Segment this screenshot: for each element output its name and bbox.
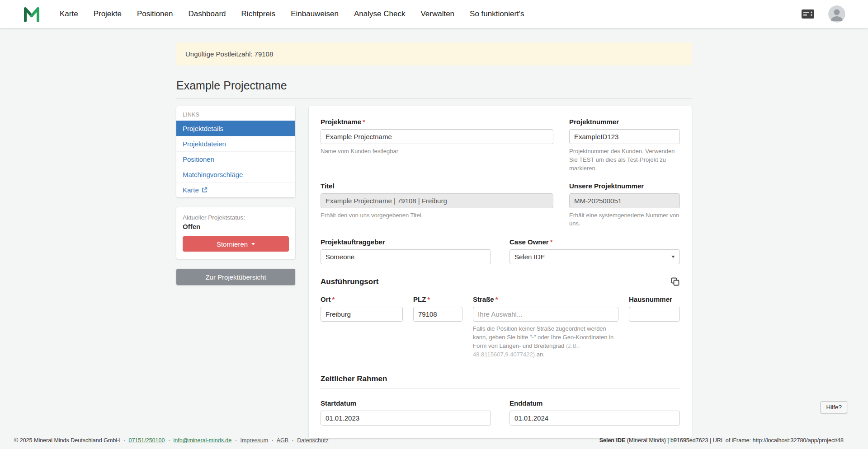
startdatum-label: Startdatum: [321, 399, 491, 407]
nav-item-verwalten[interactable]: Verwalten: [420, 9, 454, 19]
sidebar-item-label: Matchingvorschläge: [183, 171, 243, 178]
ausfuehrungsort-title: Ausführungsort: [321, 277, 378, 286]
projektnummer-input[interactable]: [569, 129, 680, 144]
ort-input[interactable]: [321, 307, 403, 322]
chevron-down-icon: [671, 256, 675, 258]
footer-email-link[interactable]: info@mineral-minds.de: [174, 437, 232, 444]
warning-banner: Ungültige Postleitzahl: 79108: [176, 42, 692, 65]
enddatum-input[interactable]: [509, 411, 680, 426]
required-asterisk: *: [363, 118, 365, 126]
footer-right: Selen IDE (Mineral Minds) | b91695ed7623…: [599, 437, 844, 444]
sidebar: LINKS Projektdetails Projektdateien Posi…: [176, 106, 295, 285]
links-card: LINKS Projektdetails Projektdateien Posi…: [176, 106, 295, 197]
unsere-projektnummer-input: [569, 193, 680, 208]
sidebar-item-label: Projektdateien: [183, 140, 226, 148]
nav-item-so-funktionierts[interactable]: So funktioniert's: [470, 9, 524, 19]
links-header: LINKS: [176, 106, 295, 121]
sidebar-item-positionen[interactable]: Positionen: [176, 151, 295, 167]
copy-icon[interactable]: [670, 277, 680, 286]
project-overview-button[interactable]: Zur Projektübersicht: [176, 269, 295, 285]
titel-label: Titel: [321, 182, 553, 190]
plz-input[interactable]: [413, 307, 462, 322]
main-nav: Karte Projekte Positionen Dashboard Rich…: [60, 9, 524, 19]
strasse-label: Straße*: [473, 295, 618, 303]
unsere-projektnummer-label: Unsere Projektnummer: [569, 182, 680, 190]
projektauftraggeber-input[interactable]: [321, 249, 491, 264]
external-link-icon: [202, 187, 208, 193]
logo-m-icon: [23, 5, 41, 23]
sidebar-item-karte[interactable]: Karte: [176, 182, 295, 197]
required-asterisk: *: [495, 295, 498, 303]
status-value: Offen: [183, 223, 289, 230]
startdatum-input[interactable]: [321, 411, 491, 426]
strasse-input[interactable]: [473, 307, 618, 322]
sidebar-item-label: Projektdetails: [183, 125, 223, 132]
page-title: Example Projectname: [176, 79, 692, 99]
sidebar-item-label: Positionen: [183, 155, 214, 163]
required-asterisk: *: [550, 238, 553, 246]
nav-right-actions: [801, 5, 845, 23]
nav-item-analyse-check[interactable]: Analyse Check: [354, 9, 405, 19]
nav-item-positionen[interactable]: Positionen: [137, 9, 173, 19]
footer-datenschutz-link[interactable]: Datenschutz: [297, 437, 328, 444]
projektname-helper: Name vom Kunden festlegbar: [321, 147, 553, 156]
zeitlicher-rahmen-title: Zeitlicher Rahmen: [321, 374, 680, 384]
ort-label: Ort*: [321, 295, 403, 303]
nav-item-richtpreis[interactable]: Richtpreis: [241, 9, 276, 19]
plz-label: PLZ*: [413, 295, 462, 303]
footer-user: Selen IDE: [599, 437, 626, 444]
top-nav: Karte Projekte Positionen Dashboard Rich…: [0, 0, 868, 28]
projektnummer-label: Projektnummer: [569, 118, 680, 126]
project-details-form: Projektname* Name vom Kunden festlegbar …: [309, 106, 692, 438]
projektauftraggeber-label: Projektauftraggeber: [321, 238, 491, 246]
nav-item-einbauweisen[interactable]: Einbauweisen: [291, 9, 339, 19]
sidebar-item-label: Karte: [183, 186, 199, 194]
projektnummer-helper: Projektnummer des Kunden. Verwenden Sie …: [569, 147, 680, 173]
nav-item-projekte[interactable]: Projekte: [94, 9, 122, 19]
case-owner-label: Case Owner*: [509, 238, 680, 246]
stornieren-label: Stornieren: [217, 240, 248, 248]
footer-session-info: (Mineral Minds) | b91695ed7623 | URL of …: [625, 437, 844, 444]
hausnummer-input[interactable]: [629, 307, 680, 322]
case-owner-select[interactable]: Selen IDE: [509, 249, 680, 264]
help-button[interactable]: Hilfe?: [821, 401, 847, 413]
status-card: Aktueller Projektstatus: Offen Storniere…: [176, 207, 295, 259]
warning-text: Ungültige Postleitzahl: 79108: [185, 50, 273, 58]
projektname-input[interactable]: [321, 129, 553, 144]
unsere-projektnummer-helper: Erhält eine systemgenerierte Nummer von …: [569, 211, 680, 229]
copyright-text: © 2025 Mineral Minds Deutschland GmbH: [14, 437, 120, 444]
footer-agb-link[interactable]: AGB: [277, 437, 288, 444]
strasse-helper: Falls die Position keiner Straße zugeord…: [473, 325, 618, 359]
sidebar-item-matchingvorschlaege[interactable]: Matchingvorschläge: [176, 167, 295, 182]
hausnummer-label: Hausnummer: [629, 295, 680, 303]
titel-input: [321, 193, 553, 208]
server-icon[interactable]: [801, 9, 815, 19]
status-label: Aktueller Projektstatus:: [183, 214, 289, 221]
sidebar-item-projektdateien[interactable]: Projektdateien: [176, 136, 295, 151]
projektname-label: Projektname*: [321, 118, 553, 126]
brand-logo[interactable]: [23, 5, 41, 23]
required-asterisk: *: [427, 295, 430, 303]
nav-item-dashboard[interactable]: Dashboard: [188, 9, 226, 19]
footer: © 2025 Mineral Minds Deutschland GmbH · …: [0, 432, 868, 449]
footer-phone-link[interactable]: 07151/250100: [128, 437, 165, 444]
sidebar-item-projektdetails[interactable]: Projektdetails: [176, 121, 295, 136]
user-avatar[interactable]: [828, 5, 845, 23]
required-asterisk: *: [332, 295, 335, 303]
footer-impressum-link[interactable]: Impressum: [240, 437, 268, 444]
stornieren-button[interactable]: Stornieren: [183, 236, 289, 252]
chevron-down-icon: [251, 243, 255, 245]
person-icon: [828, 5, 845, 23]
footer-left: © 2025 Mineral Minds Deutschland GmbH · …: [14, 437, 329, 444]
nav-item-karte[interactable]: Karte: [60, 9, 78, 19]
content-area: LINKS Projektdetails Projektdateien Posi…: [176, 106, 692, 438]
enddatum-label: Enddatum: [509, 399, 680, 407]
titel-helper: Erhält den von uns vorgegebenen Titel.: [321, 211, 553, 220]
case-owner-value: Selen IDE: [514, 253, 545, 261]
